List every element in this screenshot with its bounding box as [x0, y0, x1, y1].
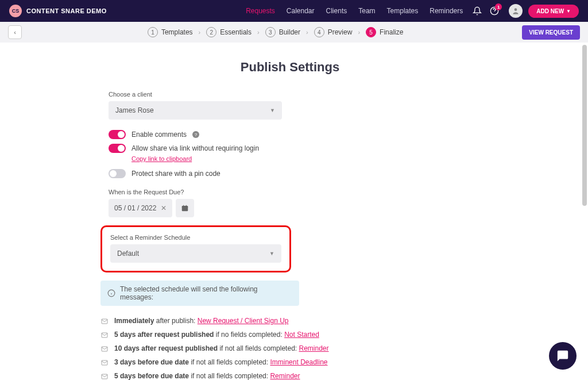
reminder-message-row: 5 days before due date if not all fields… — [100, 369, 479, 380]
brand-name: CONTENT SNARE DEMO — [26, 7, 107, 14]
help-badge-count: 1 — [495, 3, 502, 10]
stepper-bar: ‹ 1Templates›2Essentials›3Builder›4Previ… — [0, 22, 588, 43]
svg-rect-6 — [102, 360, 107, 365]
svg-rect-4 — [102, 333, 107, 337]
allow-share-toggle[interactable] — [109, 144, 126, 153]
chat-launcher[interactable] — [549, 342, 577, 370]
notifications-icon[interactable] — [472, 6, 482, 16]
reminder-message-list: Immediately after publish: New Request /… — [100, 314, 479, 380]
reminder-message-row: 3 days before due date if not all fields… — [100, 355, 479, 369]
schedule-info-text: The selected schedule will send the foll… — [120, 285, 292, 301]
reminder-message-row: 5 days after request published if no fie… — [100, 328, 479, 341]
step-number: 5 — [366, 27, 376, 37]
step-templates[interactable]: 1Templates — [148, 27, 193, 37]
back-button[interactable]: ‹ — [8, 25, 22, 39]
reminder-message-row: Immediately after publish: New Request /… — [100, 314, 479, 328]
chevron-right-icon: › — [257, 29, 260, 36]
envelope-icon — [100, 359, 109, 366]
step-label: Builder — [279, 28, 300, 36]
content-area: Publish Settings Choose a client James R… — [0, 43, 580, 380]
step-label: Preview — [328, 28, 353, 36]
user-avatar[interactable] — [509, 4, 523, 18]
message-timing: 5 days after request published — [114, 331, 214, 339]
chevron-right-icon: › — [306, 29, 308, 36]
nav-link-requests[interactable]: Requests — [240, 7, 281, 15]
message-template-link[interactable]: New Request / Client Sign Up — [198, 317, 289, 325]
envelope-icon — [100, 332, 109, 339]
help-icon[interactable]: 1 — [489, 6, 500, 16]
client-select-value: James Rose — [115, 106, 154, 114]
message-template-link[interactable]: Not Started — [284, 331, 319, 339]
calendar-button[interactable] — [176, 199, 194, 217]
help-tooltip-icon[interactable]: ? — [192, 131, 199, 138]
nav-link-clients[interactable]: Clients — [320, 7, 353, 15]
step-builder[interactable]: 3Builder — [265, 27, 300, 37]
nav-link-reminders[interactable]: Reminders — [424, 7, 469, 15]
nav-link-templates[interactable]: Templates — [381, 7, 424, 15]
step-number: 1 — [148, 27, 158, 37]
message-condition: if no fields completed: — [214, 331, 284, 339]
envelope-icon — [100, 346, 109, 352]
step-number: 2 — [206, 27, 216, 37]
step-label: Templates — [161, 28, 193, 36]
due-date-value: 05 / 01 / 2022 — [114, 204, 156, 212]
scrollbar[interactable] — [582, 45, 587, 206]
step-label: Finalize — [380, 28, 403, 36]
page-title: Publish Settings — [100, 60, 479, 75]
nav-link-team[interactable]: Team — [353, 7, 381, 15]
step-finalize[interactable]: 5Finalize — [366, 27, 403, 37]
due-date-input[interactable]: 05 / 01 / 2022 ✕ — [109, 199, 172, 217]
add-new-button[interactable]: ADD NEW ▼ — [528, 5, 579, 18]
envelope-icon — [100, 318, 109, 325]
client-field-label: Choose a client — [109, 91, 479, 98]
step-preview[interactable]: 4Preview — [314, 27, 353, 37]
envelope-icon — [100, 373, 109, 380]
message-condition: if not all fields completed: — [189, 358, 270, 366]
svg-rect-5 — [102, 347, 107, 351]
message-condition: after publish: — [154, 317, 197, 325]
due-date-label: When is the Request Due? — [109, 189, 479, 195]
message-template-link[interactable]: Reminder — [299, 344, 328, 352]
chevron-down-icon: ▼ — [270, 108, 275, 113]
step-number: 3 — [265, 27, 276, 37]
chevron-down-icon: ▼ — [269, 251, 274, 256]
message-timing: Immediately — [114, 317, 154, 325]
top-nav: CS CONTENT SNARE DEMO RequestsCalendarCl… — [0, 0, 588, 22]
pin-protect-label: Protect share with a pin code — [131, 170, 220, 178]
add-new-label: ADD NEW — [536, 8, 564, 14]
step-label: Essentials — [220, 28, 252, 36]
client-select[interactable]: James Rose ▼ — [109, 101, 282, 120]
reminder-schedule-select[interactable]: Default ▼ — [110, 244, 281, 263]
allow-share-label: Allow share via link without requiring l… — [131, 144, 259, 152]
svg-rect-1 — [182, 206, 188, 211]
message-condition: if not all fields completed: — [218, 344, 299, 352]
view-request-button[interactable]: VIEW REQUEST — [522, 25, 580, 40]
reminder-schedule-label: Select a Reminder Schedule — [110, 234, 281, 241]
reminder-message-row: 10 days after request published if not a… — [100, 341, 479, 355]
message-timing: 5 days before due date — [114, 372, 189, 380]
message-timing: 10 days after request published — [114, 344, 218, 352]
enable-comments-toggle[interactable] — [109, 130, 126, 139]
message-condition: if not all fields completed: — [189, 372, 270, 380]
clear-date-icon[interactable]: ✕ — [161, 204, 167, 212]
chevron-down-icon: ▼ — [566, 9, 571, 14]
copy-link-button[interactable]: Copy link to clipboard — [131, 155, 192, 162]
message-template-link[interactable]: Imminent Deadline — [270, 358, 327, 366]
enable-comments-label: Enable comments — [131, 130, 187, 139]
reminder-schedule-value: Default — [117, 250, 139, 258]
message-template-link[interactable]: Reminder — [270, 372, 300, 380]
logo-badge: CS — [9, 5, 22, 17]
schedule-info-banner: The selected schedule will send the foll… — [100, 281, 299, 306]
step-essentials[interactable]: 2Essentials — [206, 27, 252, 37]
pin-protect-toggle[interactable] — [109, 169, 126, 178]
step-number: 4 — [314, 27, 324, 37]
chevron-right-icon: › — [199, 29, 201, 36]
chevron-right-icon: › — [358, 29, 360, 36]
message-timing: 3 days before due date — [114, 358, 189, 366]
nav-link-calendar[interactable]: Calendar — [281, 7, 320, 15]
svg-rect-7 — [102, 374, 107, 379]
svg-rect-3 — [102, 319, 107, 324]
reminder-schedule-highlight: Select a Reminder Schedule Default ▼ — [100, 225, 291, 272]
